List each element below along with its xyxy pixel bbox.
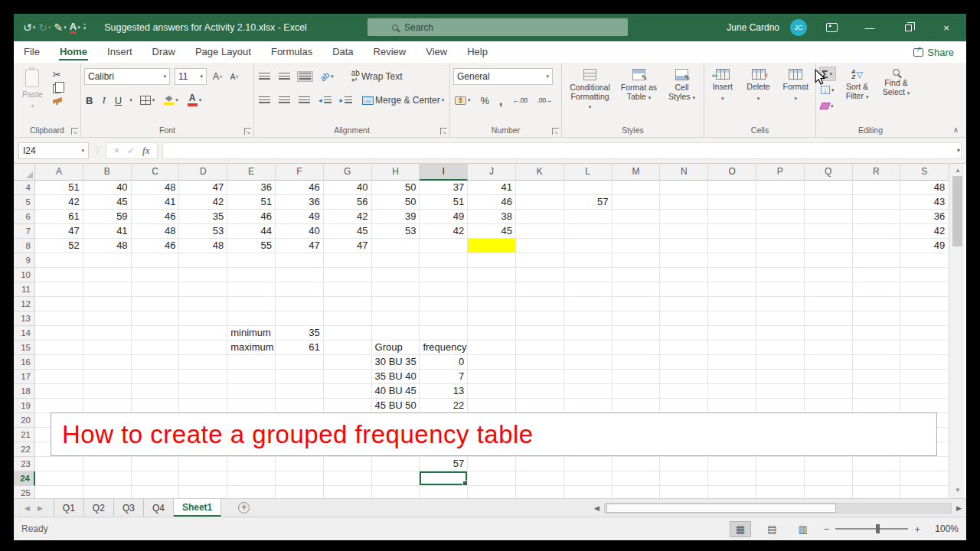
cell-D11[interactable] — [179, 282, 227, 297]
cell-L23[interactable] — [564, 457, 612, 471]
cell-J10[interactable] — [468, 268, 516, 282]
undo-button[interactable]: ↺▾ — [23, 21, 35, 34]
cell-B23[interactable] — [83, 457, 132, 471]
row-header-24[interactable]: 24 — [14, 471, 35, 486]
tab-page-layout[interactable]: Page Layout — [185, 42, 261, 63]
cell-H13[interactable] — [372, 311, 420, 326]
cell-O8[interactable] — [708, 239, 756, 253]
comma-style-button[interactable]: , — [498, 93, 504, 108]
cell-I5[interactable]: 51 — [420, 195, 468, 210]
cell-N15[interactable] — [660, 341, 708, 355]
cell-A14[interactable] — [35, 326, 83, 341]
cell-I17[interactable]: 7 — [420, 370, 468, 384]
cell-Q13[interactable] — [805, 311, 853, 326]
cell-O10[interactable] — [708, 268, 756, 282]
cell-B17[interactable] — [83, 370, 132, 384]
cell-Q12[interactable] — [805, 297, 853, 311]
cell-N18[interactable] — [660, 384, 708, 399]
cell-G7[interactable]: 45 — [324, 224, 372, 239]
cell-N9[interactable] — [660, 253, 708, 268]
cell-S15[interactable] — [900, 341, 949, 355]
collapse-ribbon-button[interactable]: ∧ — [953, 126, 959, 134]
cell-K25[interactable] — [516, 486, 564, 498]
cell-R6[interactable] — [853, 210, 901, 224]
cell-Q19[interactable] — [805, 399, 853, 413]
cell-P8[interactable] — [756, 239, 805, 253]
cell-R4[interactable] — [853, 181, 901, 195]
cell-B12[interactable] — [83, 297, 132, 311]
clipboard-dialog-launcher[interactable]: ↘ — [71, 128, 78, 135]
cell-M18[interactable] — [612, 384, 661, 399]
cell-E5[interactable]: 51 — [227, 195, 276, 210]
cell-F16[interactable] — [276, 355, 324, 370]
conditional-formatting-button[interactable]: Conditional Formatting ▾ — [567, 67, 614, 114]
tab-insert[interactable]: Insert — [97, 42, 142, 63]
page-break-view-icon[interactable]: ▥ — [793, 522, 813, 536]
column-header-Q[interactable]: Q — [805, 164, 853, 181]
cell-S17[interactable] — [900, 370, 949, 384]
cell-M17[interactable] — [612, 370, 661, 384]
row-header-15[interactable]: 15 — [14, 341, 35, 355]
cell-R14[interactable] — [853, 326, 901, 341]
cell-M16[interactable] — [612, 355, 661, 370]
cell-S13[interactable] — [900, 311, 949, 326]
ribbon-display-options-button[interactable] — [818, 16, 845, 39]
cell-E25[interactable] — [227, 486, 276, 498]
column-header-D[interactable]: D — [179, 164, 227, 181]
cell-B7[interactable]: 41 — [83, 224, 132, 239]
row-header-25[interactable]: 25 — [14, 486, 35, 498]
cell-O11[interactable] — [708, 282, 756, 297]
vertical-scrollbar[interactable]: ▲ ▼ — [949, 164, 964, 498]
cell-O25[interactable] — [708, 486, 756, 498]
cell-S10[interactable] — [900, 268, 949, 282]
cell-N16[interactable] — [660, 355, 708, 370]
cell-J13[interactable] — [468, 311, 516, 326]
cell-J4[interactable]: 41 — [468, 181, 516, 195]
middle-align-button[interactable] — [277, 72, 292, 81]
cell-F19[interactable] — [276, 399, 324, 413]
cell-B13[interactable] — [83, 311, 132, 326]
cell-A23[interactable] — [35, 457, 83, 471]
column-header-A[interactable]: A — [35, 164, 83, 181]
cell-M23[interactable] — [612, 457, 661, 471]
cell-L4[interactable] — [564, 181, 612, 195]
cell-C8[interactable]: 46 — [132, 239, 180, 253]
tab-home[interactable]: Home — [50, 42, 97, 63]
cell-S11[interactable] — [900, 282, 949, 297]
search-box[interactable]: Search — [368, 18, 628, 36]
cell-M12[interactable] — [612, 297, 661, 311]
cell-G19[interactable] — [324, 399, 372, 413]
cell-I19[interactable]: 22 — [420, 399, 468, 413]
cell-N8[interactable] — [660, 239, 708, 253]
cell-N17[interactable] — [660, 370, 708, 384]
cell-Q15[interactable] — [805, 341, 853, 355]
cell-J23[interactable] — [468, 457, 516, 471]
increase-decimal-button[interactable]: ←.00 — [511, 96, 529, 105]
cell-F6[interactable]: 49 — [276, 210, 324, 224]
cell-P4[interactable] — [756, 181, 805, 195]
cell-P12[interactable] — [756, 297, 805, 311]
cell-J9[interactable] — [468, 253, 516, 268]
insert-cells-button[interactable]: ⇐ Insert▾ — [707, 67, 738, 106]
row-header-16[interactable]: 16 — [14, 355, 35, 370]
cell-D10[interactable] — [179, 268, 227, 282]
cell-L24[interactable] — [564, 471, 612, 486]
cell-F8[interactable]: 47 — [276, 239, 324, 253]
cell-K18[interactable] — [516, 384, 564, 399]
row-header-23[interactable]: 23 — [14, 457, 35, 471]
cell-I9[interactable] — [420, 253, 468, 268]
column-header-R[interactable]: R — [853, 164, 901, 181]
cell-O6[interactable] — [708, 210, 756, 224]
pen-button[interactable]: ✎▾ — [54, 21, 67, 34]
cell-N25[interactable] — [660, 486, 708, 498]
cell-L25[interactable] — [564, 486, 612, 498]
cell-F12[interactable] — [276, 297, 324, 311]
row-header-14[interactable]: 14 — [14, 326, 35, 341]
cell-L13[interactable] — [564, 311, 612, 326]
cell-I18[interactable]: 13 — [420, 384, 468, 399]
cell-A19[interactable] — [35, 399, 83, 413]
share-button[interactable]: Share — [913, 47, 966, 63]
cell-M10[interactable] — [612, 268, 661, 282]
column-header-K[interactable]: K — [516, 164, 564, 181]
cell-K9[interactable] — [516, 253, 564, 268]
